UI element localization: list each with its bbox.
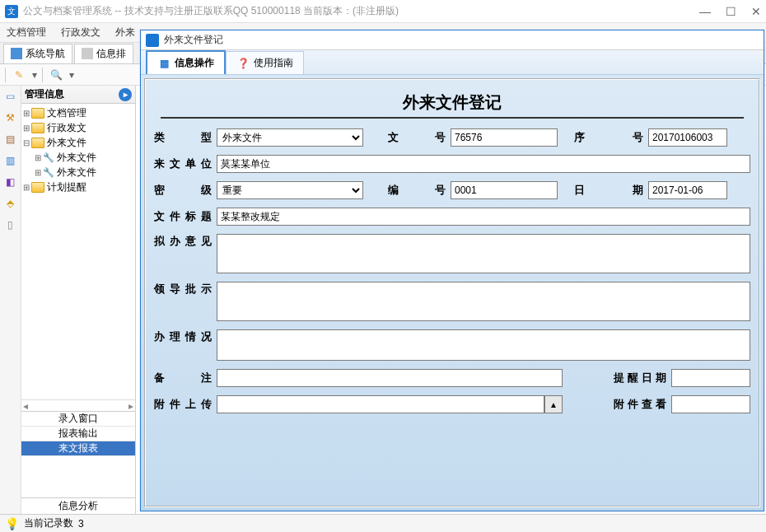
nav-tab-label: 系统导航: [26, 47, 65, 61]
tree-node[interactable]: ⊞计划提醒: [21, 180, 135, 194]
search-button[interactable]: 🔍: [48, 67, 64, 83]
separator: [42, 68, 43, 82]
side-item-report[interactable]: 报表输出: [21, 427, 135, 441]
title-underline: [161, 117, 744, 119]
nav-tab-system[interactable]: 系统导航: [3, 44, 72, 63]
textarea-opinion[interactable]: [217, 234, 750, 273]
label-opinion: 拟办意见: [154, 234, 217, 249]
folder-icon: [31, 182, 44, 193]
help-icon: ❓: [236, 57, 250, 70]
input-remark[interactable]: [217, 369, 563, 387]
tree-node[interactable]: ⊞🔧外来文件: [21, 150, 135, 165]
close-button[interactable]: ✕: [751, 5, 761, 18]
dropdown-icon[interactable]: ▾: [69, 69, 74, 81]
label-code: 编 号: [363, 183, 451, 198]
label-sec: 密 级: [154, 183, 217, 198]
side-item-incoming-report[interactable]: 来文报表: [21, 441, 135, 456]
form-inner: 外来文件登记 类 型 外来文件 文 号 序 号 来文单位 密 级 重要 编 号 …: [144, 78, 760, 507]
hammer-icon: 🔧: [43, 152, 54, 163]
tree-title: 管理信息: [25, 87, 64, 101]
maximize-button[interactable]: ☐: [726, 5, 736, 18]
label-remark: 备 注: [154, 371, 217, 385]
status-label: 当前记录数: [24, 516, 73, 530]
nav-tab-info[interactable]: 信息排: [74, 44, 133, 63]
left-column: ▭ ⚒ ▤ ▥ ◧ ⬘ ▯ 管理信息 ▸ ⊞文档管理 ⊞行政发文 ⊟外来文件 ⊞…: [0, 86, 136, 514]
folder-icon: [31, 123, 44, 133]
label-type: 类 型: [154, 130, 217, 145]
upload-button[interactable]: ▲: [544, 395, 563, 413]
textarea-approve[interactable]: [217, 282, 750, 321]
child-tab-strip: ▦ 信息操作 ❓ 使用指南: [141, 50, 764, 75]
puzzle-icon[interactable]: ⬘: [3, 196, 18, 211]
grid-icon: [11, 48, 22, 59]
hammer-icon: 🔧: [43, 166, 54, 178]
input-remind[interactable]: [671, 369, 750, 387]
label-upload: 附件上传: [154, 397, 217, 412]
input-date[interactable]: [648, 181, 727, 199]
dropdown-icon[interactable]: ▾: [32, 69, 37, 81]
flag-icon[interactable]: ◧: [3, 175, 18, 189]
list-icon: [82, 48, 93, 59]
collapse-icon[interactable]: ▸: [119, 88, 132, 101]
minimize-button[interactable]: —: [699, 5, 711, 18]
input-from[interactable]: [217, 155, 750, 173]
page-icon[interactable]: ▥: [3, 153, 18, 168]
app-icon: 文: [5, 5, 18, 18]
side-footer[interactable]: 信息分析: [21, 497, 135, 514]
child-title-text: 外来文件登记: [164, 33, 223, 47]
label-view: 附件查看: [614, 397, 671, 412]
tree-node[interactable]: ⊞行政发文: [21, 120, 135, 135]
label-seq: 序 号: [558, 130, 648, 145]
clipboard-icon[interactable]: ▯: [3, 217, 18, 232]
input-upload[interactable]: [217, 395, 544, 413]
status-bar: 💡 当前记录数 3: [0, 514, 766, 532]
menu-item[interactable]: 外来: [115, 26, 135, 40]
tree-scrollbar[interactable]: ◂▸: [21, 399, 135, 411]
input-view[interactable]: [671, 395, 750, 413]
app-icon: [146, 34, 159, 47]
input-seq[interactable]: [648, 128, 727, 147]
textarea-handle[interactable]: [217, 329, 750, 361]
label-handle: 办理情况: [154, 329, 217, 344]
form-title: 外来文件登记: [154, 85, 750, 117]
label-from: 来文单位: [154, 156, 217, 171]
label-remind: 提醒日期: [614, 371, 671, 385]
tab-label: 使用指南: [254, 56, 293, 70]
label-approve: 领导批示: [154, 282, 217, 296]
folder-icon: [31, 138, 44, 148]
tree-node[interactable]: ⊞🔧外来文件: [21, 165, 135, 180]
form-row: 类 型 外来文件 文 号 序 号: [154, 128, 750, 147]
label-docno: 文 号: [363, 130, 451, 145]
separator: [5, 68, 6, 82]
tree-node[interactable]: ⊟外来文件: [21, 135, 135, 150]
label-title: 文件标题: [154, 209, 217, 224]
select-type[interactable]: 外来文件: [217, 128, 363, 147]
left-icon-rail: ▭ ⚒ ▤ ▥ ◧ ⬘ ▯: [0, 86, 21, 514]
tree-header: 管理信息 ▸: [21, 86, 135, 104]
tools-icon[interactable]: ⚒: [3, 110, 18, 125]
select-sec[interactable]: 重要: [217, 181, 363, 199]
menu-item[interactable]: 行政发文: [61, 26, 100, 40]
status-value: 3: [78, 518, 84, 530]
tab-guide[interactable]: ❓ 使用指南: [226, 51, 304, 74]
side-item-input[interactable]: 录入窗口: [21, 412, 135, 427]
tree-body: ⊞文档管理 ⊞行政发文 ⊟外来文件 ⊞🔧外来文件 ⊞🔧外来文件 ⊞计划提醒: [21, 104, 135, 399]
label-date: 日 期: [558, 183, 648, 198]
input-title[interactable]: [217, 208, 750, 226]
child-titlebar: 外来文件登记: [141, 30, 764, 50]
tab-info-op[interactable]: ▦ 信息操作: [146, 50, 226, 74]
child-window: 外来文件登记 ▦ 信息操作 ❓ 使用指南 外来文件登记 类 型 外来文件 文 号…: [140, 30, 764, 511]
edit-button[interactable]: ✎: [11, 67, 27, 83]
nav-tab-label: 信息排: [96, 47, 126, 61]
side-gap: [21, 456, 135, 497]
book-icon[interactable]: ▭: [3, 89, 18, 104]
tab-label: 信息操作: [175, 56, 214, 70]
tree-node[interactable]: ⊞文档管理: [21, 105, 135, 120]
input-code[interactable]: [451, 181, 558, 199]
input-docno[interactable]: [451, 128, 558, 147]
menu-item[interactable]: 文档管理: [7, 26, 46, 40]
tree-panel: 管理信息 ▸ ⊞文档管理 ⊞行政发文 ⊟外来文件 ⊞🔧外来文件 ⊞🔧外来文件 ⊞…: [21, 86, 135, 514]
side-list: 录入窗口 报表输出 来文报表 信息分析: [21, 411, 135, 514]
doc-icon[interactable]: ▤: [3, 132, 18, 147]
window-controls: — ☐ ✕: [699, 5, 761, 18]
